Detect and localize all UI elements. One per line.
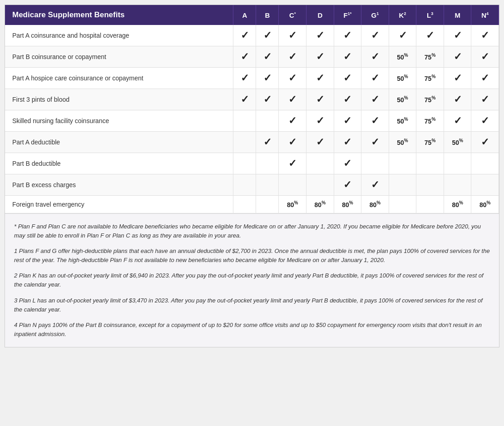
percentage-value: 50%: [397, 96, 408, 104]
cell-M: ✓: [444, 89, 471, 110]
cell-C: ✓: [279, 68, 306, 89]
cell-G1: 80%: [361, 196, 389, 213]
footnote-3: 2 Plan K has an out-of-pocket yearly lim…: [14, 271, 490, 289]
cell-A: [233, 132, 256, 153]
cell-D: ✓: [306, 89, 334, 110]
benefit-label: Part A coinsurance and hospital coverage: [5, 25, 233, 46]
percentage-value: 80%: [287, 201, 298, 208]
cell-B: ✓: [256, 89, 279, 110]
checkmark-icon: ✓: [316, 51, 324, 62]
checkmark-icon: ✓: [454, 51, 462, 62]
cell-C: ✓: [279, 89, 306, 110]
checkmark-icon: ✓: [371, 94, 379, 105]
header-col-D: D: [306, 5, 334, 25]
checkmark-icon: ✓: [481, 72, 489, 84]
checkmark-icon: ✓: [343, 72, 351, 84]
table-row: Part A coinsurance and hospital coverage…: [5, 25, 499, 46]
checkmark-icon: ✓: [343, 179, 351, 190]
checkmark-icon: ✓: [316, 30, 324, 41]
checkmark-icon: ✓: [316, 115, 324, 126]
checkmark-icon: ✓: [481, 94, 489, 105]
footnote-1: * Plan F and Plan C are not available to…: [14, 222, 490, 240]
cell-B: [256, 110, 279, 132]
cell-A: ✓: [233, 25, 256, 46]
cell-G1: ✓: [361, 68, 389, 89]
percentage-value: 50%: [397, 139, 408, 146]
checkmark-icon: ✓: [241, 72, 249, 84]
header-benefit: Medicare Supplement Benefits: [5, 5, 233, 25]
checkmark-icon: ✓: [371, 179, 379, 190]
percentage-value: 75%: [425, 139, 435, 146]
cell-L3: 75%: [416, 89, 444, 110]
cell-G1: ✓: [361, 25, 389, 46]
cell-M: [444, 153, 471, 174]
cell-M: ✓: [444, 46, 471, 68]
checkmark-icon: ✓: [316, 72, 324, 84]
cell-L3: [416, 153, 444, 174]
footnote-4: 3 Plan L has an out-of-pocket yearly lim…: [14, 296, 490, 314]
cell-K2: [389, 174, 416, 196]
checkmark-icon: ✓: [343, 115, 351, 126]
cell-D: ✓: [306, 25, 334, 46]
cell-F1: ✓: [334, 153, 361, 174]
benefit-label: Part B deductible: [5, 153, 233, 174]
cell-C: ✓: [279, 25, 306, 46]
cell-A: [233, 110, 256, 132]
checkmark-icon: ✓: [426, 30, 434, 41]
checkmark-icon: ✓: [371, 30, 379, 41]
cell-B: [256, 174, 279, 196]
checkmark-icon: ✓: [454, 115, 462, 126]
benefit-label: Skilled nursing facility coinsurance: [5, 110, 233, 132]
cell-B: ✓: [256, 46, 279, 68]
percentage-value: 80%: [315, 201, 326, 208]
table-row: Part A deductible✓✓✓✓✓50%75%50%✓: [5, 132, 499, 153]
cell-N4: ✓: [471, 46, 499, 68]
benefit-label: Part B coinsurance or copayment: [5, 46, 233, 68]
benefits-table: Medicare Supplement Benefits A B C* D F1…: [5, 5, 499, 213]
cell-K2: 50%: [389, 46, 416, 68]
percentage-value: 75%: [425, 75, 435, 82]
table-header-row: Medicare Supplement Benefits A B C* D F1…: [5, 5, 499, 25]
percentage-value: 50%: [397, 54, 408, 61]
cell-B: ✓: [256, 25, 279, 46]
cell-K2: 50%: [389, 68, 416, 89]
cell-N4: 80%: [471, 196, 499, 213]
checkmark-icon: ✓: [288, 136, 296, 148]
cell-A: [233, 174, 256, 196]
checkmark-icon: ✓: [481, 51, 489, 62]
header-col-F1: F1*: [334, 5, 361, 25]
percentage-value: 80%: [452, 201, 463, 208]
table-row: Skilled nursing facility coinsurance✓✓✓✓…: [5, 110, 499, 132]
cell-A: [233, 196, 256, 213]
percentage-value: 75%: [425, 54, 435, 61]
footnote-2: 1 Plans F and G offer high-deductible pl…: [14, 247, 490, 265]
cell-K2: [389, 153, 416, 174]
cell-N4: ✓: [471, 89, 499, 110]
checkmark-icon: ✓: [288, 51, 296, 62]
cell-F1: ✓: [334, 110, 361, 132]
checkmark-icon: ✓: [316, 94, 324, 105]
benefit-label: Part A deductible: [5, 132, 233, 153]
cell-B: [256, 196, 279, 213]
checkmark-icon: ✓: [316, 136, 324, 148]
percentage-value: 75%: [425, 118, 435, 125]
checkmark-icon: ✓: [371, 115, 379, 126]
cell-D: ✓: [306, 68, 334, 89]
cell-N4: [471, 174, 499, 196]
cell-L3: 75%: [416, 46, 444, 68]
cell-K2: 50%: [389, 89, 416, 110]
cell-D: [306, 174, 334, 196]
percentage-value: 50%: [397, 75, 408, 82]
percentage-value: 50%: [397, 118, 408, 125]
benefit-label: Foreign travel emergency: [5, 196, 233, 213]
cell-K2: 50%: [389, 110, 416, 132]
table-row: Part B excess charges✓✓: [5, 174, 499, 196]
cell-A: [233, 153, 256, 174]
cell-F1: ✓: [334, 89, 361, 110]
cell-K2: [389, 196, 416, 213]
cell-N4: ✓: [471, 110, 499, 132]
cell-M: ✓: [444, 110, 471, 132]
cell-M: 80%: [444, 196, 471, 213]
footnotes-section: * Plan F and Plan C are not available to…: [5, 213, 499, 347]
cell-N4: ✓: [471, 25, 499, 46]
